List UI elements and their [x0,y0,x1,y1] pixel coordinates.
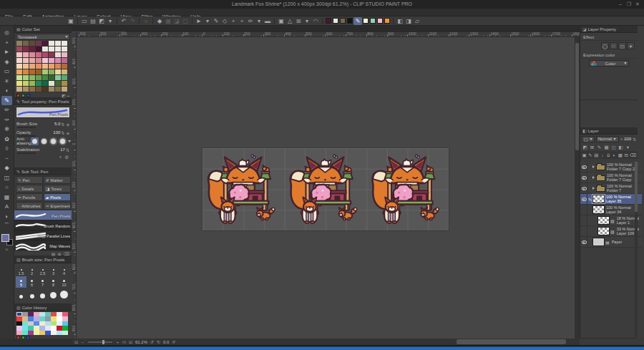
horizontal-scrollbar-thumb[interactable] [457,339,566,344]
visibility-toggle[interactable] [581,215,587,225]
blank-tool-icon[interactable]: ▢ [181,17,190,25]
visibility-toggle[interactable] [581,226,587,236]
layer-row[interactable]: 100 % NormalLayer 34 [580,205,642,215]
rotate-right-icon[interactable]: ↻ [155,339,162,344]
layer-list-scrollbar-thumb[interactable] [635,162,638,212]
eraser-icon[interactable]: ◇ [220,17,229,25]
actual-size-icon[interactable]: ⊡ [127,339,134,344]
swatch-maroon[interactable] [326,18,331,24]
color-swatch[interactable] [23,52,29,58]
expression-color-select[interactable]: Color [589,60,629,67]
create-mask-icon[interactable]: ◐ [612,152,617,157]
color-swatch[interactable] [62,69,68,75]
pin-icon[interactable]: ◩ [582,145,588,150]
color-swatch[interactable] [42,75,49,81]
stepper-icon[interactable]: ⇅ [633,137,636,142]
palette-select[interactable]: Tonsweek [16,34,70,40]
layer-row[interactable]: ✎100 % NormalLayer 35 [580,194,642,205]
zoom-slider[interactable] [88,341,112,343]
lock-layers-icon[interactable]: ◨ [404,17,413,25]
color-swatch[interactable] [29,47,36,52]
color-swatch[interactable] [16,87,23,92]
subtool-item[interactable]: Brush Random [14,220,72,230]
color-swatch[interactable] [62,52,68,58]
aa-middle-option[interactable] [49,137,57,145]
color-swatch[interactable] [23,58,29,64]
vertical-scrollbar-thumb[interactable] [575,43,579,150]
subtool-item[interactable]: Pen Pixels [14,210,72,220]
stepper-icon[interactable]: ⇅ [61,122,64,127]
swatch-brown[interactable] [340,18,346,24]
brush-size-value[interactable]: 5.0 [54,122,60,126]
color-swatch[interactable] [36,58,42,64]
color-swatch[interactable] [23,41,29,47]
delete-subtool-icon[interactable]: ⌫ [64,251,69,256]
correct-line-tool[interactable]: ⌒ [1,221,12,230]
layer-row[interactable]: ▨33 % NormalLayer 109 [580,226,642,237]
history-color-swatch[interactable] [22,331,28,335]
delete-layer-icon[interactable]: ⌫ [630,152,636,158]
layer-row[interactable]: ▨18 % NormalLayer 1 [580,215,642,226]
opacity-value[interactable]: 100 [53,130,60,135]
color-swatch[interactable] [42,41,49,47]
figure-tool[interactable]: ○ [1,183,12,192]
color-swatch[interactable] [29,69,36,75]
dropdown-caret-icon[interactable]: ▾ [203,17,212,25]
palette-color-dropdown[interactable]: ▢ [582,136,595,142]
new-raster-icon[interactable]: ▣ [582,152,587,158]
visibility-toggle[interactable] [581,237,587,247]
active-brush-icon[interactable]: ✎ [353,17,362,25]
brush-size-option[interactable]: 10 [59,276,69,288]
color-swatch[interactable] [55,81,62,87]
color-swatch[interactable] [62,41,68,47]
rgb-chip[interactable] [21,94,25,97]
color-swatch[interactable] [36,52,42,58]
snap-cross-icon[interactable]: + [229,17,238,25]
brush-size-option[interactable]: 2 [26,265,37,276]
divider-icon[interactable]: ⊟ [624,152,629,158]
color-swatch[interactable] [55,75,62,81]
gradient-icon[interactable]: ◪ [172,17,181,25]
settings-icon[interactable]: ⚙ [64,155,69,160]
layer-property-tab[interactable]: ◪Layer Property [580,26,638,33]
history-color-swatch[interactable] [57,331,62,335]
layer-thumbnail[interactable] [592,195,605,203]
color-swatch[interactable] [62,64,68,69]
snap-grid-icon[interactable]: ⊞ [294,17,303,25]
color-swatch[interactable] [16,69,23,75]
aa-weak-option[interactable] [40,137,48,145]
mask-icon[interactable]: ◧ [618,145,624,150]
aa-strong-option[interactable] [59,137,67,145]
swatch-white[interactable] [333,18,338,24]
color-swatch[interactable] [16,41,23,47]
fit-screen-icon[interactable]: ▭ [121,339,127,344]
color-swatch[interactable] [36,81,42,87]
brush-size-option[interactable]: 4 [59,265,69,276]
history-color-swatch[interactable] [34,331,39,335]
history-color-swatch[interactable] [16,331,22,335]
new-frame-icon[interactable]: ▦ [164,17,172,25]
color-swatch[interactable] [29,41,36,47]
new-folder-icon[interactable]: ▤ [594,152,599,158]
gradient-tool[interactable]: ◫ [1,173,12,183]
clip-icon[interactable]: ⊞ [589,145,595,150]
minimize-button[interactable]: – [616,0,625,9]
lock-alpha-icon[interactable]: ◫ [610,145,617,150]
color-swatch[interactable] [42,87,49,92]
rotate-left-icon[interactable]: ↺ [149,339,155,344]
eraser-tool[interactable]: ◊ [1,144,12,153]
layer-move-tool[interactable]: ◈ [1,57,12,67]
decoration-tool[interactable]: ✿ [1,135,12,144]
layer-opacity-value[interactable]: 100 [624,137,631,141]
transfer-down-icon[interactable]: ↓ [600,152,605,157]
color-swatch[interactable] [36,75,42,81]
maximize-button[interactable]: ❐ [625,0,633,9]
tablet-mode-icon[interactable]: ▬ [263,17,272,25]
zoom-slider-thumb[interactable] [102,340,104,344]
color-swatch[interactable] [49,52,55,58]
color-swatch[interactable] [62,58,68,64]
snap-ruler-icon[interactable]: △ [286,17,294,25]
brush-size-option[interactable] [59,288,69,299]
rgb-chip[interactable] [26,94,30,97]
color-swatch[interactable] [55,58,62,64]
